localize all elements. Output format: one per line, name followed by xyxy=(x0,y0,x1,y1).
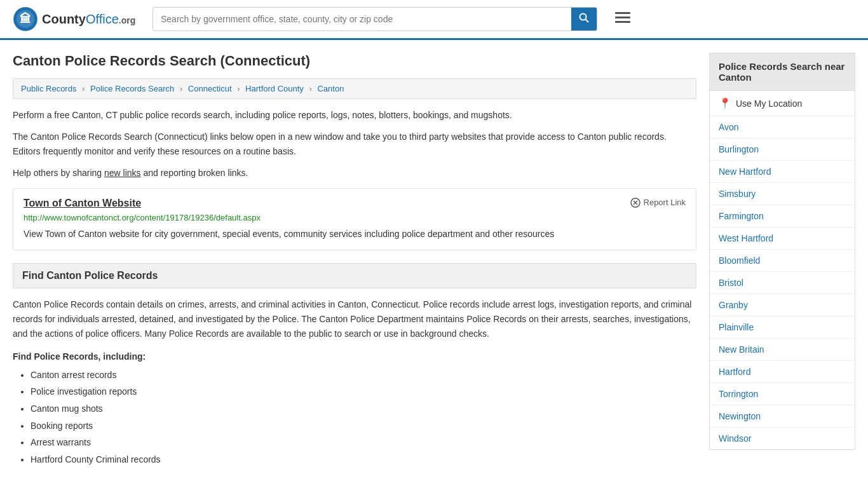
breadcrumb-connecticut[interactable]: Connecticut xyxy=(188,84,232,93)
report-link-button[interactable]: Report Link xyxy=(630,198,686,208)
svg-rect-6 xyxy=(615,17,630,18)
find-list: Canton arrest records Police investigati… xyxy=(13,367,696,468)
sidebar-link-windsor[interactable]: Windsor xyxy=(710,428,855,449)
description-3: Help others by sharing new links and rep… xyxy=(13,166,696,180)
sidebar-link-hartford[interactable]: Hartford xyxy=(710,361,855,383)
sidebar-link-bloomfield[interactable]: Bloomfield xyxy=(710,250,855,272)
svg-line-4 xyxy=(586,20,589,23)
list-item: Canton arrest records xyxy=(31,367,696,384)
breadcrumb-sep-2: › xyxy=(180,84,182,93)
breadcrumb-public-records[interactable]: Public Records xyxy=(21,84,76,93)
sidebar-link-plainville[interactable]: Plainville xyxy=(710,316,855,339)
breadcrumb-hartford-county[interactable]: Hartford County xyxy=(245,84,304,93)
svg-point-3 xyxy=(580,14,587,20)
svg-rect-5 xyxy=(615,12,630,14)
location-icon: 📍 xyxy=(719,97,731,109)
list-item: Arrest warrants xyxy=(31,434,696,451)
breadcrumb-canton[interactable]: Canton xyxy=(317,84,344,93)
list-item: Booking reports xyxy=(31,417,696,435)
description-1: Perform a free Canton, CT public police … xyxy=(13,108,696,122)
description-2: The Canton Police Records Search (Connec… xyxy=(13,130,696,158)
desc-3-post: and reporting broken links. xyxy=(141,168,248,178)
search-input[interactable] xyxy=(153,9,571,29)
list-item: Police investigation reports xyxy=(31,383,696,400)
sidebar-link-west-hartford[interactable]: West Hartford xyxy=(710,227,855,250)
sidebar-link-farmington[interactable]: Farmington xyxy=(710,205,855,227)
sidebar-link-granby[interactable]: Granby xyxy=(710,294,855,316)
link-card: Town of Canton Website Report Link http:… xyxy=(13,188,696,250)
find-list-title: Find Police Records, including: xyxy=(13,351,696,362)
svg-text:🏛: 🏛 xyxy=(20,12,31,25)
sidebar-link-burlington[interactable]: Burlington xyxy=(710,139,855,161)
page-title: Canton Police Records Search (Connecticu… xyxy=(13,53,696,69)
sidebar-link-avon[interactable]: Avon xyxy=(710,116,855,139)
sidebar-link-new-britain[interactable]: New Britain xyxy=(710,339,855,361)
breadcrumb-sep-1: › xyxy=(82,84,85,93)
use-my-location[interactable]: 📍 Use My Location xyxy=(710,91,855,116)
sidebar-header: Police Records Search near Canton xyxy=(709,53,855,91)
sidebar-link-torrington[interactable]: Torrington xyxy=(710,383,855,405)
breadcrumb: Public Records › Police Records Search ›… xyxy=(13,78,696,99)
desc-3-pre: Help others by sharing xyxy=(13,168,104,178)
logo-text: CountyOffice.org xyxy=(42,12,135,27)
sidebar-link-simsbury[interactable]: Simsbury xyxy=(710,183,855,205)
find-section-body: Canton Police Records contain details on… xyxy=(13,297,696,341)
search-button[interactable] xyxy=(571,8,597,30)
list-item: Canton mug shots xyxy=(31,400,696,417)
new-links-link[interactable]: new links xyxy=(104,168,141,178)
report-link-label: Report Link xyxy=(644,198,686,207)
link-card-title[interactable]: Town of Canton Website xyxy=(24,198,141,209)
svg-rect-7 xyxy=(615,21,630,23)
sidebar-link-bristol[interactable]: Bristol xyxy=(710,272,855,294)
menu-button[interactable] xyxy=(610,10,635,29)
sidebar-list: 📍 Use My Location Avon Burlington New Ha… xyxy=(709,91,855,450)
find-section-header: Find Canton Police Records xyxy=(13,263,696,288)
breadcrumb-police-records-search[interactable]: Police Records Search xyxy=(90,84,174,93)
link-card-url[interactable]: http://www.townofcantonct.org/content/19… xyxy=(24,213,686,222)
breadcrumb-sep-3: › xyxy=(237,84,240,93)
sidebar: Police Records Search near Canton 📍 Use … xyxy=(709,53,855,468)
search-bar xyxy=(153,7,597,31)
logo[interactable]: 🏛 CountyOffice.org xyxy=(13,6,140,32)
sidebar-link-new-hartford[interactable]: New Hartford xyxy=(710,161,855,183)
list-item: Hartford County Criminal records xyxy=(31,451,696,468)
breadcrumb-sep-4: › xyxy=(309,84,312,93)
link-card-description: View Town of Canton website for city gov… xyxy=(24,227,686,241)
sidebar-link-newington[interactable]: Newington xyxy=(710,405,855,428)
find-section: Find Canton Police Records Canton Police… xyxy=(13,263,696,468)
use-location-label: Use My Location xyxy=(736,98,802,109)
